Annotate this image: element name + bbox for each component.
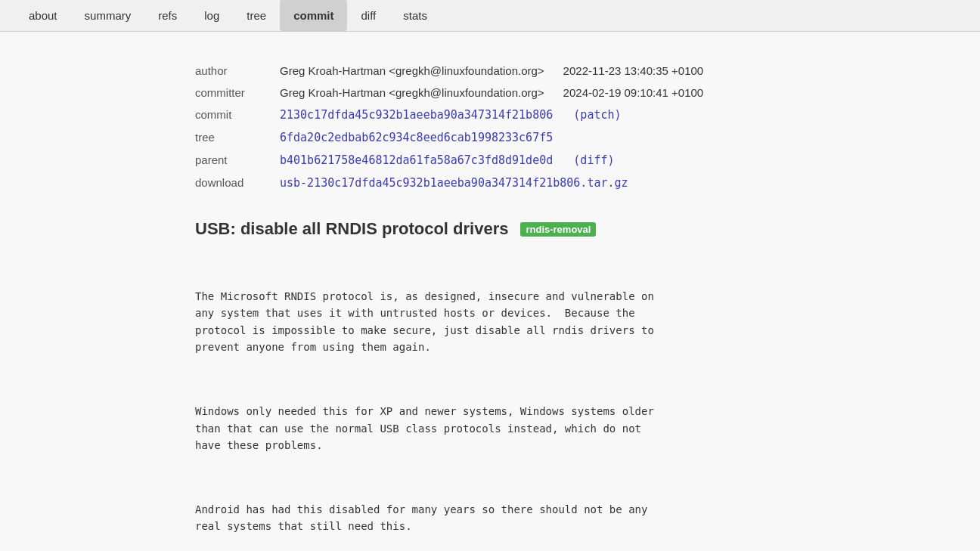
commit-title: USB: disable all RNDIS protocol drivers … xyxy=(195,219,891,239)
commit-body-p3: Android has had this disabled for many y… xyxy=(195,501,838,535)
committer-name: Greg Kroah-Hartman <gregkh@linuxfoundati… xyxy=(280,86,544,99)
commit-label: commit xyxy=(195,106,271,124)
tree-label: tree xyxy=(195,128,271,147)
commit-tag-label: rndis-removal xyxy=(520,222,596,237)
committer-label: committer xyxy=(195,84,271,101)
committer-value: Greg Kroah-Hartman <gregkh@linuxfoundati… xyxy=(280,84,891,101)
parent-hash-link[interactable]: b401b621758e46812da61fa58a67c3fd8d91de0d xyxy=(280,153,553,167)
nav-bar: about summary refs log tree commit diff … xyxy=(0,0,980,32)
nav-item-tree[interactable]: tree xyxy=(233,0,280,31)
committer-date: 2024-02-19 09:10:41 +0100 xyxy=(563,86,704,99)
nav-item-log[interactable]: log xyxy=(191,0,233,31)
nav-item-summary[interactable]: summary xyxy=(71,0,145,31)
nav-item-commit[interactable]: commit xyxy=(280,0,347,31)
commit-body-p1: The Microsoft RNDIS protocol is, as desi… xyxy=(195,288,838,356)
nav-item-stats[interactable]: stats xyxy=(389,0,441,31)
commit-hash-row: 2130c17dfda45c932b1aeeba90a347314f21b806… xyxy=(280,106,891,124)
author-date: 2022-11-23 13:40:35 +0100 xyxy=(563,64,704,77)
commit-hash-link[interactable]: 2130c17dfda45c932b1aeeba90a347314f21b806 xyxy=(280,108,553,122)
commit-title-text: USB: disable all RNDIS protocol drivers xyxy=(195,219,508,239)
nav-item-diff[interactable]: diff xyxy=(347,0,389,31)
tree-hash-link[interactable]: 6fda20c2edbab62c934c8eed6cab1998233c67f5 xyxy=(280,131,553,144)
author-value: Greg Kroah-Hartman <gregkh@linuxfoundati… xyxy=(280,62,891,79)
commit-body: The Microsoft RNDIS protocol is, as desi… xyxy=(195,254,838,551)
main-content: author Greg Kroah-Hartman <gregkh@linuxf… xyxy=(74,32,906,551)
tree-hash-row: 6fda20c2edbab62c934c8eed6cab1998233c67f5 xyxy=(280,128,891,147)
parent-hash-row: b401b621758e46812da61fa58a67c3fd8d91de0d… xyxy=(280,151,891,169)
download-label: download xyxy=(195,174,271,192)
parent-label: parent xyxy=(195,151,271,169)
commit-meta: author Greg Kroah-Hartman <gregkh@linuxf… xyxy=(195,62,891,192)
download-value: usb-2130c17dfda45c932b1aeeba90a347314f21… xyxy=(280,174,891,192)
parent-diff-link[interactable]: (diff) xyxy=(573,153,614,167)
nav-item-about[interactable]: about xyxy=(15,0,71,31)
author-label: author xyxy=(195,62,271,79)
author-name: Greg Kroah-Hartman <gregkh@linuxfoundati… xyxy=(280,64,544,77)
download-link[interactable]: usb-2130c17dfda45c932b1aeeba90a347314f21… xyxy=(280,176,628,190)
commit-patch-link[interactable]: (patch) xyxy=(573,108,621,122)
commit-body-p2: Windows only needed this for XP and newe… xyxy=(195,403,838,453)
nav-item-refs[interactable]: refs xyxy=(144,0,191,31)
